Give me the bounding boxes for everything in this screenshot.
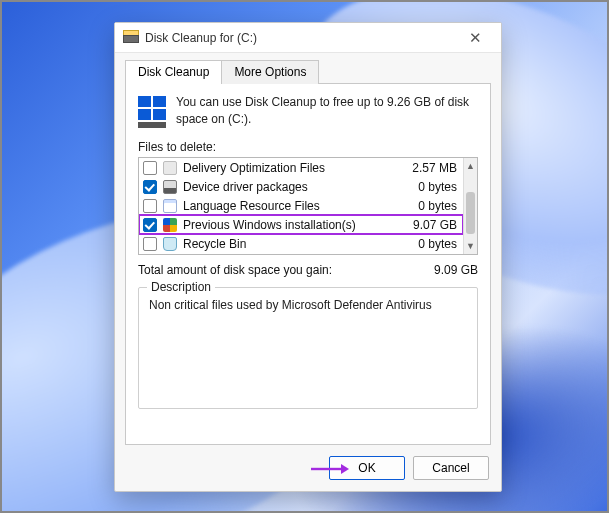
scroll-thumb[interactable] [466, 192, 475, 234]
description-text: Non critical files used by Microsoft Def… [149, 298, 467, 312]
bin-icon [163, 237, 177, 251]
list-item-name: Device driver packages [183, 180, 410, 194]
tab-panel-cleanup: You can use Disk Cleanup to free up to 9… [125, 83, 491, 445]
cancel-button[interactable]: Cancel [413, 456, 489, 480]
list-item[interactable]: Device driver packages0 bytes [139, 177, 463, 196]
total-row: Total amount of disk space you gain: 9.0… [138, 263, 478, 277]
checkbox[interactable] [143, 161, 157, 175]
close-button[interactable]: ✕ [453, 24, 497, 52]
win-icon [163, 218, 177, 232]
checkbox[interactable] [143, 237, 157, 251]
description-group: Description Non critical files used by M… [138, 287, 478, 409]
intro-block: You can use Disk Cleanup to free up to 9… [138, 94, 478, 128]
scroll-up-button[interactable]: ▲ [464, 158, 477, 174]
description-title: Description [147, 280, 215, 294]
tab-disk-cleanup[interactable]: Disk Cleanup [125, 60, 222, 84]
list-item[interactable]: Previous Windows installation(s)9.07 GB [139, 215, 463, 234]
windows-logo-icon [138, 96, 166, 120]
close-icon: ✕ [469, 29, 482, 47]
list-item-name: Recycle Bin [183, 237, 410, 251]
list-item[interactable]: Language Resource Files0 bytes [139, 196, 463, 215]
tab-more-options[interactable]: More Options [221, 60, 319, 84]
page-icon [163, 199, 177, 213]
intro-text: You can use Disk Cleanup to free up to 9… [176, 94, 478, 128]
list-item-size: 0 bytes [410, 237, 457, 251]
total-value: 9.09 GB [434, 263, 478, 277]
files-listbox[interactable]: Delivery Optimization Files2.57 MBDevice… [138, 157, 478, 255]
list-item-size: 0 bytes [410, 180, 457, 194]
checkbox[interactable] [143, 199, 157, 213]
window-title: Disk Cleanup for (C:) [145, 31, 257, 45]
dialog-button-row: OK Cancel [115, 445, 501, 491]
files-to-delete-label: Files to delete: [138, 140, 478, 154]
tab-strip: Disk Cleanup More Options [125, 59, 491, 83]
list-item[interactable]: Delivery Optimization Files2.57 MB [139, 158, 463, 177]
disk-cleanup-dialog: Disk Cleanup for (C:) ✕ Disk Cleanup Mor… [114, 22, 502, 492]
list-item-name: Previous Windows installation(s) [183, 218, 405, 232]
titlebar: Disk Cleanup for (C:) ✕ [115, 23, 501, 53]
disk-icon [163, 180, 177, 194]
box-icon [163, 161, 177, 175]
checkbox[interactable] [143, 218, 157, 232]
list-item-size: 0 bytes [410, 199, 457, 213]
list-item-name: Delivery Optimization Files [183, 161, 404, 175]
disk-cleanup-icon [123, 30, 139, 46]
list-scrollbar[interactable]: ▲ ▼ [463, 158, 477, 254]
list-item-name: Language Resource Files [183, 199, 410, 213]
scroll-down-button[interactable]: ▼ [464, 238, 477, 254]
scroll-track[interactable] [464, 174, 477, 238]
drive-icon [138, 122, 166, 128]
list-item-size: 9.07 GB [405, 218, 457, 232]
total-label: Total amount of disk space you gain: [138, 263, 434, 277]
list-item-size: 2.57 MB [404, 161, 457, 175]
checkbox[interactable] [143, 180, 157, 194]
ok-button[interactable]: OK [329, 456, 405, 480]
list-item[interactable]: Recycle Bin0 bytes [139, 234, 463, 253]
